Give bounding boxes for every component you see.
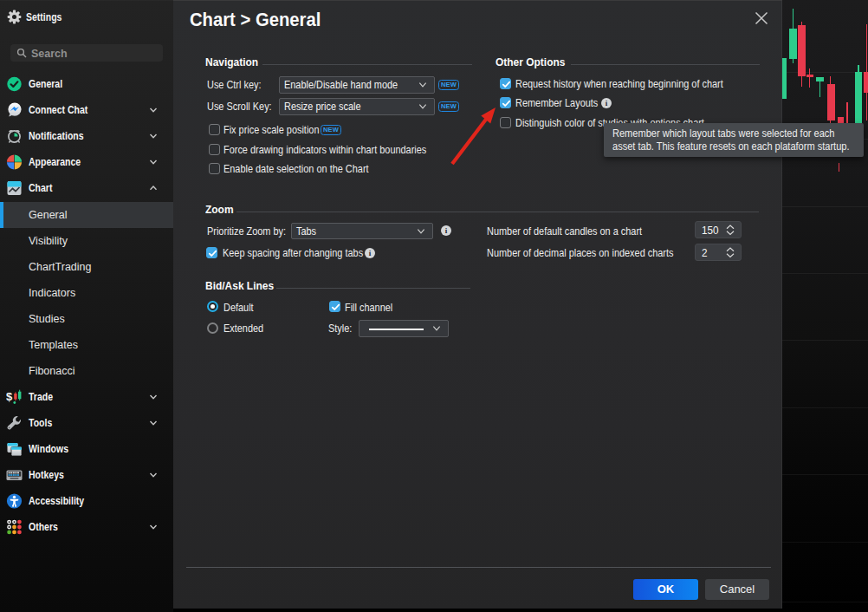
svg-text:$: $ (6, 390, 13, 403)
